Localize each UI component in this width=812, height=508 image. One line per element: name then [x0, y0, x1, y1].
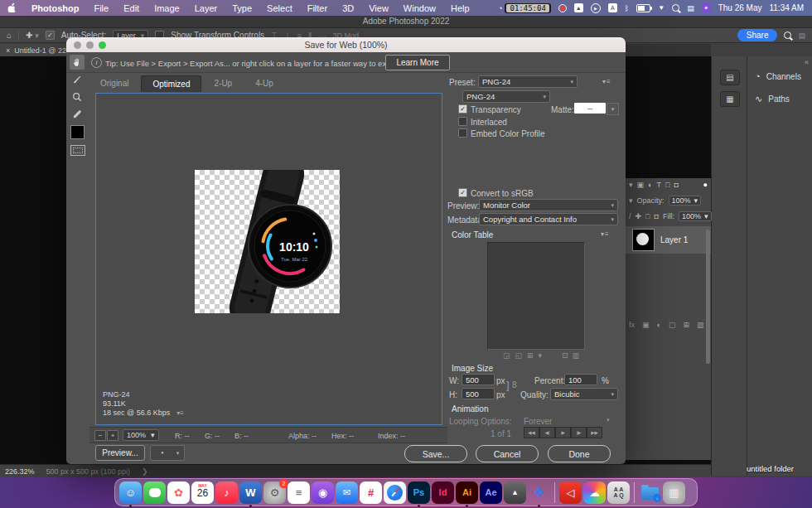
- play-circle-icon[interactable]: ▶: [591, 3, 601, 13]
- adjustment-layer-icon[interactable]: ◐: [657, 321, 661, 329]
- eyedropper-tool[interactable]: [70, 107, 85, 122]
- dock-photoshop[interactable]: Ps: [408, 481, 430, 504]
- paths-panel-icon[interactable]: ▦: [720, 91, 740, 107]
- dock-creative-cloud[interactable]: ☁: [583, 481, 606, 504]
- lock-position-icon[interactable]: □: [645, 212, 650, 220]
- dock-podcasts[interactable]: ◉: [312, 481, 334, 504]
- delete-layer-icon[interactable]: ▥: [697, 321, 704, 329]
- tab-original[interactable]: Original: [89, 75, 139, 92]
- dock-finder[interactable]: ☺: [119, 481, 142, 504]
- color-table-menu-icon[interactable]: ▾≡: [601, 230, 610, 238]
- zoom-dropdown[interactable]: 100%▾: [123, 429, 159, 441]
- menu-image[interactable]: Image: [147, 3, 187, 13]
- layer-row[interactable]: Layer 1: [626, 226, 711, 254]
- format-dropdown[interactable]: PNG-24▾: [462, 90, 550, 103]
- smart-filter-icon[interactable]: ◘: [674, 181, 678, 189]
- preview-button[interactable]: Preview...: [95, 445, 145, 461]
- menu-file[interactable]: File: [86, 3, 116, 13]
- dock-media-gallery[interactable]: ▲: [504, 481, 526, 504]
- timer-widget[interactable]: ◔ 01:45:04: [498, 3, 551, 13]
- dock-acrobat[interactable]: ◁: [559, 481, 582, 504]
- status-chevron-icon[interactable]: ❯: [142, 467, 148, 476]
- color-swatch[interactable]: [70, 125, 85, 139]
- color-table-area[interactable]: [487, 242, 585, 350]
- dock-mail[interactable]: ✉: [336, 481, 358, 504]
- group-icon[interactable]: ▢: [669, 321, 676, 329]
- tab-4up[interactable]: 4-Up: [244, 75, 284, 92]
- fill-dropdown[interactable]: 100%▾: [679, 211, 712, 221]
- desktop-folder-label[interactable]: untitled folder: [747, 464, 794, 473]
- embed-profile-checkbox[interactable]: [458, 128, 467, 138]
- learn-more-button[interactable]: Learn More: [385, 55, 450, 70]
- menu-window[interactable]: Window: [396, 3, 443, 13]
- spotlight-icon[interactable]: [672, 4, 679, 12]
- toggle-dot-icon[interactable]: ●: [703, 181, 708, 189]
- first-frame-button[interactable]: ◀◀: [524, 427, 539, 438]
- control-center-icon[interactable]: ▤: [687, 4, 694, 12]
- menu-select[interactable]: Select: [259, 3, 300, 13]
- dock-word[interactable]: W: [239, 481, 262, 504]
- channels-tab[interactable]: ◔ Channels: [755, 71, 801, 81]
- fx-icon[interactable]: fx: [629, 321, 635, 329]
- slice-select-tool[interactable]: [70, 72, 85, 87]
- layer-thumbnail[interactable]: [632, 229, 655, 251]
- last-frame-button[interactable]: ▶▶: [587, 427, 602, 438]
- percent-field[interactable]: 100: [564, 374, 597, 385]
- browser-dropdown-icon[interactable]: ▾: [172, 445, 185, 461]
- blend-mode-icon[interactable]: ▾: [629, 181, 633, 189]
- bluetooth-icon[interactable]: ᛒ: [625, 4, 629, 12]
- dock-slack[interactable]: #: [360, 481, 382, 504]
- input-source-icon[interactable]: A: [608, 3, 617, 12]
- menu-filter[interactable]: Filter: [300, 3, 335, 13]
- height-field[interactable]: 500: [462, 388, 495, 399]
- transparency-checkbox[interactable]: ✓: [458, 104, 467, 114]
- dock-after-effects[interactable]: Ae: [480, 481, 502, 504]
- wifi-icon[interactable]: ▼: [658, 4, 665, 12]
- prev-frame-button[interactable]: ◀|: [539, 427, 555, 438]
- save-button[interactable]: Save...: [404, 445, 467, 462]
- search-icon[interactable]: [784, 31, 791, 39]
- screen-record-icon[interactable]: [558, 4, 567, 12]
- optimized-preview[interactable]: 10:10 Tue, Mar 22 PNG-24 93.11K 18 sec @…: [95, 93, 442, 425]
- scrollbar[interactable]: [706, 230, 710, 364]
- new-layer-icon[interactable]: ⊞: [683, 321, 689, 329]
- link-dimensions-icon[interactable]: 8: [512, 380, 517, 389]
- share-button[interactable]: Share: [737, 29, 778, 41]
- close-tab-icon[interactable]: ×: [6, 46, 10, 55]
- opacity-dropdown[interactable]: 100%▾: [669, 196, 702, 206]
- next-frame-button[interactable]: |▶: [571, 427, 587, 438]
- move-tool-icon[interactable]: ✚ ▾: [26, 31, 39, 40]
- dock-calendar[interactable]: MAY26: [191, 481, 214, 504]
- menu-help[interactable]: Help: [443, 3, 477, 13]
- blend-dropdown-icon[interactable]: ▾: [629, 196, 633, 205]
- preset-menu-icon[interactable]: ▾≡: [602, 78, 611, 85]
- zoom-out-button[interactable]: −: [94, 430, 106, 441]
- purple-app-icon[interactable]: ✦: [702, 3, 711, 12]
- preview-dropdown[interactable]: Monitor Color▾: [479, 199, 618, 211]
- interlaced-checkbox[interactable]: [458, 117, 467, 126]
- dock-font-book[interactable]: A AA Q: [607, 481, 630, 504]
- workspace-icon[interactable]: ▤: [798, 31, 805, 40]
- dock-illustrator[interactable]: Ai: [456, 481, 478, 504]
- menu-layer[interactable]: Layer: [187, 3, 225, 13]
- tab-optimized[interactable]: Optimized: [141, 75, 201, 92]
- type-filter-icon[interactable]: T: [656, 181, 661, 189]
- toggle-slices-icon[interactable]: [70, 145, 85, 156]
- convert-srgb-checkbox[interactable]: ✓: [458, 188, 467, 197]
- zoom-tool[interactable]: [70, 90, 85, 104]
- zoom-in-button[interactable]: +: [107, 430, 118, 441]
- menubar-date[interactable]: Thu 26 May: [718, 3, 762, 12]
- menu-3d[interactable]: 3D: [335, 3, 361, 13]
- dock-reminders[interactable]: ≡: [288, 481, 310, 504]
- dropbox-icon[interactable]: ▲: [574, 3, 583, 12]
- dock-creative-cloud-files[interactable]: ❖: [528, 481, 550, 504]
- paths-tab[interactable]: ∿ Paths: [755, 94, 790, 104]
- hand-tool[interactable]: [70, 55, 85, 70]
- quality-dropdown[interactable]: Bicubic▾: [550, 388, 618, 400]
- info-menu-icon[interactable]: ▾≡: [176, 409, 184, 417]
- tab-2up[interactable]: 2-Up: [203, 75, 243, 92]
- matte-value[interactable]: --: [574, 103, 606, 114]
- dock-trash[interactable]: ▥: [663, 481, 685, 504]
- channels-panel-icon[interactable]: ▤: [720, 70, 740, 85]
- shape-filter-icon[interactable]: □: [665, 181, 669, 189]
